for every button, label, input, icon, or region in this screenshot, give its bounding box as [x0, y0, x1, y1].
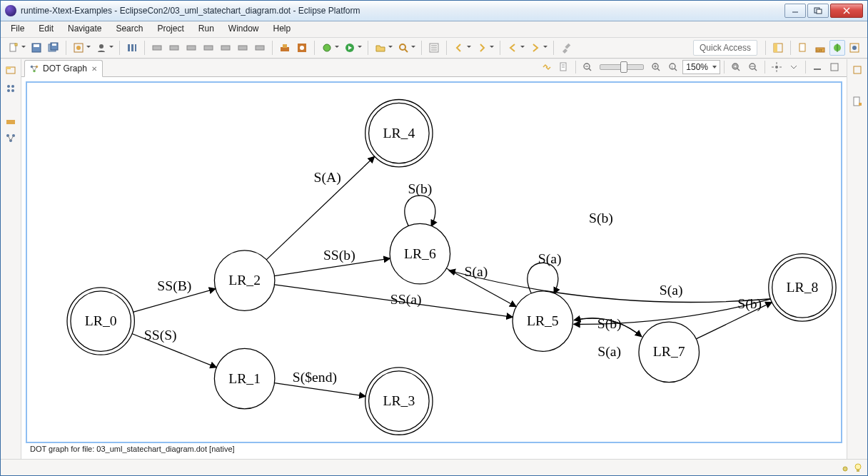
tab-close-icon[interactable]: ✕ [91, 65, 98, 72]
node-LR_6[interactable]: LR_6 [390, 223, 450, 284]
svg-text:SS(S): SS(S) [144, 327, 177, 343]
svg-text:LR_1: LR_1 [228, 370, 261, 386]
svg-text:LR_3: LR_3 [383, 393, 415, 408]
trim-outline-icon[interactable] [3, 81, 19, 96]
minimize-button[interactable] [784, 4, 806, 18]
perspective-resource[interactable] [795, 40, 811, 56]
profile-button[interactable] [94, 40, 109, 56]
svg-rect-37 [565, 44, 570, 49]
menu-window[interactable]: Window [221, 21, 266, 37]
zoom-original-button[interactable]: 1 [665, 59, 681, 75]
graph-caption: DOT graph for file: 03_uml_statechart_di… [26, 443, 842, 455]
inspect-button[interactable] [294, 40, 310, 56]
menu-search[interactable]: Search [108, 21, 150, 37]
perspective-debug[interactable] [829, 40, 845, 56]
svg-point-13 [76, 46, 81, 50]
node-LR_0[interactable]: LR_0 [67, 288, 134, 355]
svg-point-46 [852, 46, 857, 50]
perspective-java[interactable] [847, 40, 862, 56]
lightbulb-icon[interactable] [853, 462, 863, 472]
open-perspective-button[interactable] [770, 40, 786, 56]
generic-tool-4[interactable] [201, 40, 216, 56]
save-all-button[interactable] [46, 40, 61, 56]
trim-cheatsheet-icon[interactable] [849, 93, 865, 109]
svg-rect-22 [221, 46, 230, 50]
menu-project[interactable]: Project [150, 21, 191, 37]
generic-tool-7[interactable] [252, 40, 268, 56]
generic-tool-5[interactable] [218, 40, 233, 56]
trim-task-icon[interactable] [849, 62, 865, 78]
menu-edit[interactable]: Edit [31, 21, 61, 37]
folder-button[interactable] [373, 40, 388, 56]
status-icon-1 [842, 462, 849, 472]
node-LR_2[interactable]: LR_2 [214, 250, 275, 311]
save-button[interactable] [29, 40, 44, 56]
zoom-value-dropdown[interactable]: 150% [682, 60, 720, 74]
editor-area: DOT Graph ✕ 1 150% [21, 59, 847, 459]
zoom-width-button[interactable] [745, 59, 761, 75]
layout-button[interactable] [556, 59, 572, 75]
node-LR_3[interactable]: LR_3 [365, 368, 433, 435]
node-LR_4[interactable]: LR_4 [365, 100, 433, 167]
svg-rect-48 [6, 67, 11, 69]
maximize-view-button[interactable] [827, 59, 842, 75]
toggle-breadcrumb-button[interactable] [124, 40, 140, 56]
svg-line-78 [755, 69, 757, 71]
zoom-value: 150% [686, 62, 708, 72]
open-type-button[interactable] [71, 40, 86, 56]
annotation-next-button[interactable] [474, 40, 490, 56]
generic-tool-1[interactable] [149, 40, 165, 56]
svg-rect-6 [15, 44, 17, 46]
svg-text:SS(B): SS(B) [157, 278, 191, 294]
svg-rect-85 [831, 64, 838, 71]
zoom-slider[interactable] [600, 64, 644, 70]
generic-tool-6[interactable] [235, 40, 251, 56]
menu-file[interactable]: File [4, 21, 31, 37]
node-LR_1[interactable]: LR_1 [214, 348, 275, 409]
annotation-prev-button[interactable] [451, 40, 467, 56]
new-button[interactable] [6, 40, 21, 56]
svg-text:1: 1 [671, 65, 673, 69]
trim-git-icon[interactable] [3, 112, 19, 128]
app-window: runtime-Xtext-Examples - EclipseCon2/03_… [0, 0, 868, 476]
menu-navigate[interactable]: Navigate [61, 21, 108, 37]
minimize-view-button[interactable] [809, 59, 825, 75]
menu-run[interactable]: Run [191, 21, 221, 37]
svg-text:S(A): S(A) [314, 169, 341, 186]
generic-tool-2[interactable] [166, 40, 182, 56]
node-LR_5[interactable]: LR_5 [513, 291, 573, 352]
center-button[interactable] [769, 59, 784, 75]
generic-tool-3[interactable] [183, 40, 199, 56]
svg-rect-8 [34, 44, 39, 47]
center-drop-button[interactable] [786, 59, 802, 75]
perspective-git[interactable]: GIT [812, 40, 828, 56]
menu-help[interactable]: Help [266, 21, 298, 37]
maximize-button[interactable] [807, 4, 829, 18]
graph-canvas[interactable]: SS(B)SS(S)S($end)S(A)SS(b)SS(a)S(a)S(b)S… [26, 81, 842, 443]
svg-text:S(b): S(b) [589, 210, 613, 226]
menubar: File Edit Navigate Search Project Run Wi… [1, 21, 867, 38]
close-button[interactable] [830, 4, 863, 18]
run-button[interactable] [342, 40, 358, 56]
node-LR_8[interactable]: LR_8 [769, 254, 836, 321]
publish-button[interactable] [277, 40, 293, 56]
debug-button[interactable] [319, 40, 335, 56]
outline-button[interactable] [426, 40, 442, 56]
svg-text:S(b): S(b) [408, 181, 432, 197]
search-button[interactable] [395, 40, 411, 56]
back-button[interactable] [505, 40, 520, 56]
pin-button[interactable] [558, 40, 574, 56]
forward-button[interactable] [528, 40, 543, 56]
trim-tree-icon[interactable] [3, 131, 19, 146]
quick-access-field[interactable]: Quick Access [693, 40, 757, 56]
zoom-in-button[interactable] [648, 59, 664, 75]
node-LR_7[interactable]: LR_7 [639, 322, 700, 383]
tab-dot-graph[interactable]: DOT Graph ✕ [24, 60, 103, 77]
svg-point-31 [400, 44, 405, 50]
trim-project-explorer-icon[interactable] [3, 62, 19, 78]
link-editor-button[interactable] [539, 59, 555, 75]
zoom-fit-button[interactable] [728, 59, 744, 75]
view-toolbar: 1 150% [539, 59, 847, 76]
svg-rect-74 [734, 65, 737, 68]
zoom-out-button[interactable] [580, 59, 595, 75]
